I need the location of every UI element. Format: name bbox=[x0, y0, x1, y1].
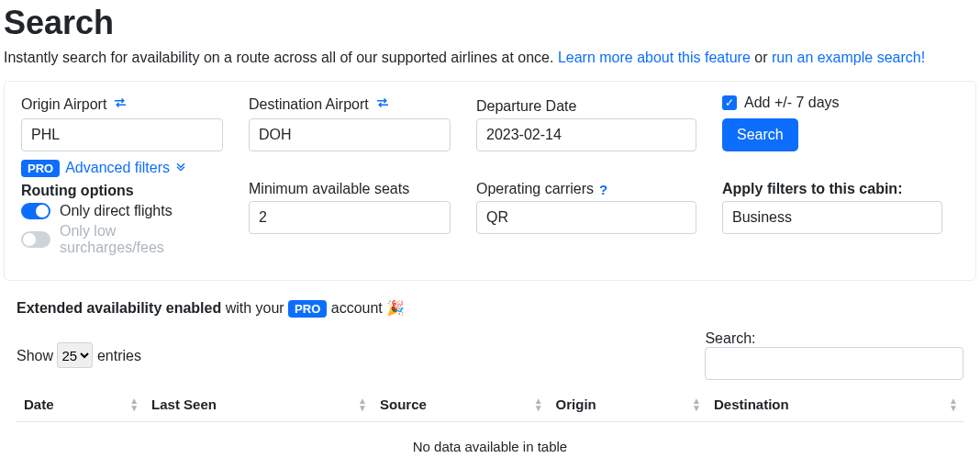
sort-icon: ▲▼ bbox=[534, 397, 543, 412]
intro-or: or bbox=[754, 50, 772, 65]
min-seats-input[interactable] bbox=[249, 201, 451, 234]
results-table: Date▲▼ Last Seen▲▼ Source▲▼ Origin▲▼ Des… bbox=[17, 387, 963, 469]
page-title: Search bbox=[4, 4, 976, 42]
extended-availability-notice: Extended availability enabled with your … bbox=[4, 299, 976, 318]
run-example-link[interactable]: run an example search! bbox=[772, 50, 925, 65]
table-search-input[interactable] bbox=[705, 347, 963, 380]
swap-icon[interactable] bbox=[374, 95, 391, 115]
help-icon[interactable]: ? bbox=[599, 182, 607, 197]
destination-input[interactable] bbox=[249, 118, 451, 151]
length-select[interactable]: 25 bbox=[57, 342, 93, 368]
sort-icon: ▲▼ bbox=[949, 397, 958, 412]
direct-flights-label: Only direct flights bbox=[60, 203, 173, 219]
origin-input[interactable] bbox=[21, 118, 223, 151]
intro-plain: Instantly search for availability on a r… bbox=[4, 50, 558, 65]
low-fees-toggle[interactable] bbox=[21, 231, 50, 248]
destination-label: Destination Airport bbox=[249, 95, 451, 115]
table-search-control: Search: bbox=[705, 330, 963, 380]
min-seats-label: Minimum available seats bbox=[249, 181, 451, 197]
sort-icon: ▲▼ bbox=[129, 397, 139, 412]
swap-icon[interactable] bbox=[112, 95, 128, 115]
chevron-down-icon bbox=[173, 159, 188, 177]
pro-badge: PRO bbox=[288, 300, 327, 318]
routing-heading: Routing options bbox=[21, 183, 223, 199]
direct-flights-toggle[interactable] bbox=[21, 203, 50, 219]
origin-label: Origin Airport bbox=[21, 95, 223, 115]
col-origin[interactable]: Origin▲▼ bbox=[549, 387, 707, 422]
col-last-seen[interactable]: Last Seen▲▼ bbox=[144, 387, 373, 422]
learn-more-link[interactable]: Learn more about this feature bbox=[558, 50, 751, 65]
col-date[interactable]: Date▲▼ bbox=[17, 387, 144, 422]
add-days-label: Add +/- 7 days bbox=[744, 95, 840, 111]
empty-row: No data available in table bbox=[17, 422, 963, 469]
add-days-checkbox[interactable]: ✓ bbox=[722, 95, 737, 110]
low-fees-label: Only low surcharges/fees bbox=[60, 223, 223, 256]
length-control: Show 25 entries bbox=[17, 342, 141, 368]
cabin-label: Apply filters to this cabin: bbox=[722, 181, 942, 197]
sort-icon: ▲▼ bbox=[358, 397, 367, 412]
carriers-input[interactable] bbox=[476, 201, 696, 234]
col-source[interactable]: Source▲▼ bbox=[373, 387, 549, 422]
pro-badge: PRO bbox=[21, 160, 60, 177]
cabin-input[interactable] bbox=[722, 201, 942, 234]
intro-text: Instantly search for availability on a r… bbox=[4, 50, 976, 66]
search-panel: Origin Airport Destination Airport Depar… bbox=[4, 81, 976, 281]
advanced-filters-toggle[interactable]: Advanced filters bbox=[65, 159, 188, 177]
sort-icon: ▲▼ bbox=[692, 397, 701, 412]
departure-label: Departure Date bbox=[476, 98, 696, 115]
search-button[interactable]: Search bbox=[722, 118, 798, 151]
col-destination[interactable]: Destination▲▼ bbox=[707, 387, 963, 422]
departure-input[interactable] bbox=[476, 118, 696, 151]
carriers-label: Operating carriers ? bbox=[476, 181, 696, 197]
